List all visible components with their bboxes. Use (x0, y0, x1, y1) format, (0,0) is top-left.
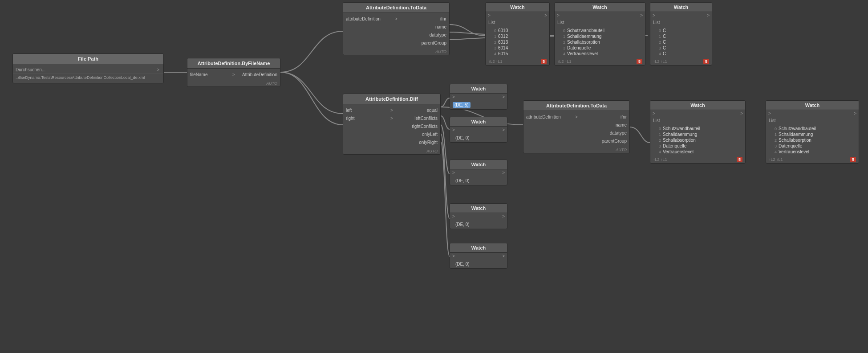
watch-bottom-right-list: 0Schutzwandbauteil 1Schalldaemmung 2Scha… (650, 124, 745, 156)
watch-top2-count: 5 (637, 59, 642, 64)
todata-top-parentgroup: parentGroup (396, 41, 446, 45)
byfilename-node: AttributeDefinition.ByFileName fileName … (187, 58, 280, 87)
watch-top1-list-label: List (486, 19, 549, 26)
watch-top1-badge: ↑L2 ↑L1 (488, 59, 503, 64)
watch-diff-large-list-label: List (766, 117, 859, 124)
diff-right-label: right (346, 116, 389, 121)
watch-onlyleft-header: Watch (450, 204, 507, 213)
todata-bottom-header: AttributeDefinition.ToData (523, 101, 629, 111)
watch-equal-header: Watch (450, 84, 507, 94)
byfilename-header: AttributeDefinition.ByFileName (187, 58, 280, 69)
watch-diff-large-list: 0Schutzwandbauteil 1Schalldaemmung 2Scha… (766, 124, 859, 156)
watch-leftconf-value: (DE, 0) (453, 134, 472, 142)
todata-top-header: AttributeDefinition.ToData (343, 3, 449, 13)
watch-onlyright-header: Watch (450, 243, 507, 253)
watch-bottom-right-list-label: List (650, 117, 745, 124)
attributedef-output-label: AttributeDefinition (236, 72, 277, 77)
watch-rightconf-header: Watch (450, 160, 507, 169)
watch-top3-list-label: List (650, 19, 712, 26)
watch-onlyright-value: (DE, 0) (453, 260, 472, 268)
watch-onlyleft-value: (DE, 0) (453, 221, 472, 228)
diff-onlyright-label: onlyRight (392, 140, 438, 145)
watch-top2-node: Watch > > List 0Schutzwandbauteil 1Schal… (554, 2, 645, 66)
watch-rightconf-value: (DE, 0) (453, 177, 472, 185)
todata-bottom-node: AttributeDefinition.ToData attributeDefi… (523, 100, 630, 153)
todata-top-node: AttributeDefinition.ToData attributeDefi… (343, 2, 450, 55)
watch-leftconf-node: Watch > > (DE, 0) (450, 117, 507, 143)
todata-bottom-name: name (576, 123, 627, 127)
file-path-header: File Path (13, 54, 163, 64)
watch-bottom-right-node: Watch > > List 0Schutzwandbauteil 1Schal… (650, 100, 746, 164)
todata-bottom-footer: AUTO (523, 147, 629, 153)
file-path-node: File Path Durchsuchen... > ..\IlseDynamo… (12, 53, 164, 83)
watch-onlyleft-node: Watch > > (DE, 0) (450, 203, 507, 229)
diff-equal-label: equal (394, 108, 438, 113)
browse-label: Durchsuchen... (16, 67, 155, 72)
watch-top1-list: 06010 16012 26013 36014 46015 (486, 26, 549, 58)
watch-bottom-right-header: Watch (650, 101, 745, 110)
todata-top-ifnr: ifnr (399, 16, 446, 21)
watch-equal-node: Watch > > (DE, 5) (450, 84, 507, 110)
todata-bottom-parentgroup: parentGroup (576, 139, 627, 144)
watch-top2-list-label: List (555, 19, 645, 26)
diff-rightconflicts-label: rightConflicts (392, 124, 438, 129)
watch-top2-badge: ↑L2 ↑L1 (557, 59, 572, 64)
todata-top-name: name (396, 25, 446, 29)
diff-node: AttributeDefinition.Diff left > equal ri… (343, 94, 441, 155)
watch-diff-large-badge: ↑L2 ↑L1 (769, 157, 783, 162)
todata-top-input: attributeDefinition (346, 16, 393, 21)
todata-bottom-datatype: datatype (576, 131, 627, 135)
todata-top-datatype: datatype (396, 33, 446, 37)
byfilename-footer: AUTO (187, 80, 280, 86)
watch-equal-value: (DE, 5) (453, 102, 471, 108)
watch-top3-badge: ↑L2 ↑L1 (653, 59, 667, 64)
watch-top1-node: Watch > > List 06010 16012 26013 36014 4… (485, 2, 550, 66)
todata-top-footer: AUTO (343, 49, 449, 55)
watch-top1-count: 5 (541, 59, 547, 64)
watch-diff-large-node: Watch > > List 0Schutzwandbauteil 1Schal… (766, 100, 859, 164)
watch-rightconf-node: Watch > > (DE, 0) (450, 160, 507, 185)
watch-top1-header: Watch (486, 3, 549, 12)
watch-top3-list: 0C 1C 2C 3C 4C (650, 26, 712, 58)
filename-input-label: fileName (190, 72, 231, 77)
diff-header: AttributeDefinition.Diff (343, 94, 440, 104)
watch-bottom-right-count: 5 (737, 157, 742, 162)
filepath-value: ..\IlseDynamo.Tests\Resources\AttributeD… (13, 74, 163, 81)
watch-top3-node: Watch > > List 0C 1C 2C 3C 4C ↑L2 ↑L1 5 (650, 2, 712, 66)
todata-bottom-input: attributeDefinition (526, 115, 574, 119)
watch-onlyright-node: Watch > > (DE, 0) (450, 243, 507, 269)
watch-diff-large-header: Watch (766, 101, 859, 110)
watch-top2-header: Watch (555, 3, 645, 12)
diff-leftconflicts-label: leftConflicts (394, 116, 438, 121)
todata-bottom-ifnr: ifnr (579, 115, 627, 119)
diff-onlyleft-label: onlyLeft (392, 132, 438, 137)
watch-top2-list: 0Schutzwandbauteil 1Schalldaemmung 2Scha… (555, 26, 645, 58)
diff-left-label: left (346, 108, 389, 113)
watch-top3-count: 5 (703, 59, 709, 64)
watch-bottom-right-badge: ↑L2 ↑L1 (653, 157, 667, 162)
diff-footer: AUTO (343, 148, 440, 154)
browse-arrow: > (155, 67, 161, 72)
watch-leftconf-header: Watch (450, 117, 507, 127)
watch-top3-header: Watch (650, 3, 712, 12)
watch-diff-large-count: 5 (850, 157, 856, 162)
